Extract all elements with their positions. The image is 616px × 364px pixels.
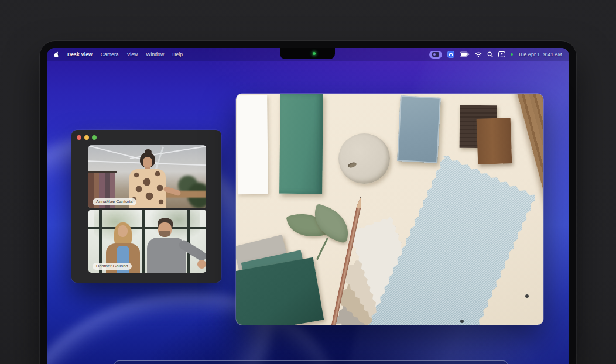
eucalyptus-stem (316, 237, 328, 260)
continuity-app-icon[interactable] (447, 51, 454, 58)
menu-window[interactable]: Window (146, 51, 164, 57)
clothing-rack (88, 171, 117, 173)
minimize-button[interactable] (84, 135, 89, 140)
menu-help[interactable]: Help (172, 51, 183, 57)
heather-face (118, 225, 128, 237)
desk-view-icon (432, 52, 439, 57)
display-notch (280, 48, 335, 59)
incoming-window-top-edge (114, 360, 508, 364)
user-switch-icon[interactable] (498, 51, 505, 57)
battery-icon[interactable] (460, 51, 470, 57)
desk-view-window (236, 94, 543, 325)
video-call-window: AnnaMae Cantoria Heather Galland (71, 130, 221, 283)
felt-disc (338, 133, 390, 184)
menu-camera[interactable]: Camera (101, 51, 119, 57)
desk-view-active-pill[interactable] (429, 51, 442, 59)
menu-view[interactable]: View (127, 51, 138, 57)
date-label: Tue Apr 1 (518, 51, 540, 57)
camera-active-dot (511, 53, 513, 56)
swatch-grommet (525, 294, 529, 298)
apple-logo-icon (54, 51, 59, 58)
participant-tiles: AnnaMae Cantoria Heather Galland (88, 145, 206, 274)
apple-menu[interactable] (54, 51, 59, 58)
menu-app-name[interactable]: Desk View (67, 51, 93, 57)
participant-name-badge: AnnaMae Cantoria (93, 198, 136, 205)
call-window-titlebar[interactable] (71, 130, 221, 145)
swatch-grommet (460, 320, 464, 323)
menu-bar-clock[interactable]: Tue Apr 1 9:41 AM (518, 51, 562, 57)
participant-name-badge: Heather Galland (93, 263, 132, 270)
zoom-button[interactable] (92, 135, 97, 140)
participant-tile-heather: Heather Galland (88, 210, 206, 273)
time-label: 9:41 AM (543, 51, 562, 57)
annamae-hair-bun (145, 149, 152, 154)
studio-truss (155, 147, 164, 170)
white-tile (237, 95, 268, 195)
close-button[interactable] (77, 135, 81, 140)
window-mullion (88, 227, 206, 229)
wifi-icon[interactable] (475, 52, 482, 57)
man-beard (159, 231, 170, 237)
window-mullion (142, 210, 145, 273)
notch-camera-indicator (313, 52, 316, 55)
brown-wood-sample (477, 118, 512, 164)
man-hand (197, 260, 206, 269)
screenshot-stage: Desk View Camera View Window Help (0, 0, 616, 364)
felt-disc-hole (347, 162, 357, 169)
blue-gray-tile (397, 95, 441, 163)
participant-tile-annamae: AnnaMae Cantoria (88, 145, 206, 208)
teal-tile (279, 94, 323, 194)
spotlight-search-icon[interactable] (487, 51, 493, 57)
